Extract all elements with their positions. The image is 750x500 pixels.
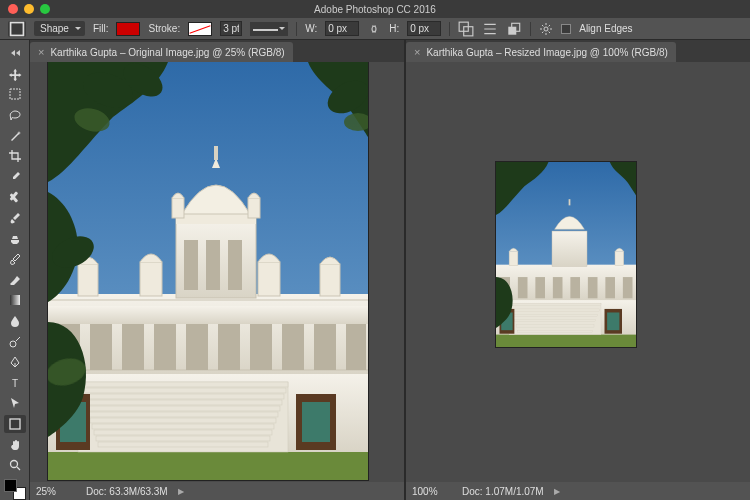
svg-rect-23 (88, 412, 278, 417)
svg-rect-90 (569, 199, 571, 205)
zoom-tool[interactable] (4, 456, 26, 475)
svg-text:T: T (11, 378, 17, 389)
width-input[interactable] (325, 21, 359, 36)
fill-swatch[interactable] (116, 22, 140, 36)
shape-tool[interactable] (4, 415, 26, 434)
svg-rect-44 (314, 322, 336, 370)
svg-rect-73 (514, 320, 595, 322)
magic-wand-tool[interactable] (4, 126, 26, 145)
gradient-tool[interactable] (4, 291, 26, 310)
options-bar: Shape Fill: Stroke: W: H: Align Edges (0, 18, 750, 40)
svg-rect-26 (94, 430, 272, 435)
svg-rect-92 (615, 251, 624, 265)
svg-rect-38 (122, 322, 144, 370)
close-tab-icon[interactable]: × (38, 46, 44, 58)
stroke-label: Stroke: (148, 23, 180, 34)
svg-rect-83 (535, 277, 545, 298)
close-tab-icon[interactable]: × (414, 46, 420, 58)
width-label: W: (305, 23, 317, 34)
svg-rect-18 (78, 382, 288, 387)
canvas-area-left[interactable] (30, 62, 404, 482)
tab-label: Karthika Gupta – Resized Image.jpg @ 100… (426, 47, 667, 58)
svg-rect-49 (258, 262, 280, 296)
svg-rect-46 (48, 306, 368, 324)
status-menu-icon[interactable]: ▶ (554, 487, 560, 496)
dodge-tool[interactable] (4, 332, 26, 351)
svg-rect-87 (605, 277, 615, 298)
gear-icon[interactable] (539, 22, 553, 36)
svg-rect-86 (588, 277, 598, 298)
fill-label: Fill: (93, 23, 109, 34)
clone-stamp-tool[interactable] (4, 229, 26, 248)
path-operations-icon[interactable] (458, 22, 474, 36)
type-tool[interactable]: T (4, 374, 26, 393)
svg-rect-15 (48, 450, 368, 480)
tab-label: Karthika Gupta – Original Image.jpg @ 25… (50, 47, 284, 58)
svg-rect-45 (346, 322, 366, 370)
eyedropper-tool[interactable] (4, 168, 26, 187)
svg-rect-32 (302, 402, 330, 442)
svg-rect-69 (509, 304, 601, 335)
svg-rect-12 (10, 419, 20, 429)
path-select-tool[interactable] (4, 394, 26, 413)
svg-rect-28 (98, 442, 268, 447)
svg-rect-41 (218, 322, 240, 370)
shape-mode-dropdown[interactable]: Shape (34, 21, 85, 36)
link-dimensions-icon[interactable] (367, 22, 381, 36)
stroke-width-input[interactable] (220, 21, 242, 36)
status-bar-right: 100% Doc: 1.07M/1.07M ▶ (406, 482, 750, 500)
svg-rect-9 (10, 295, 20, 305)
svg-rect-54 (228, 240, 242, 290)
svg-rect-42 (250, 322, 272, 370)
tab-row-right: × Karthika Gupta – Resized Image.jpg @ 1… (406, 40, 750, 62)
path-align-icon[interactable] (482, 22, 498, 36)
canvas-area-right[interactable] (406, 62, 750, 482)
crop-tool[interactable] (4, 147, 26, 166)
expand-panel-icon[interactable] (4, 44, 26, 63)
zoom-level[interactable]: 100% (412, 486, 452, 497)
height-input[interactable] (407, 21, 441, 36)
svg-rect-21 (84, 400, 282, 405)
svg-rect-47 (78, 264, 98, 296)
svg-rect-24 (90, 418, 276, 423)
svg-rect-39 (154, 322, 176, 370)
eraser-tool[interactable] (4, 271, 26, 290)
svg-rect-25 (92, 424, 274, 429)
history-brush-tool[interactable] (4, 250, 26, 269)
status-menu-icon[interactable]: ▶ (178, 487, 184, 496)
align-edges-label: Align Edges (579, 23, 632, 34)
hand-tool[interactable] (4, 435, 26, 454)
svg-rect-56 (214, 146, 218, 160)
window-titlebar: Adobe Photoshop CC 2016 (0, 0, 750, 18)
tools-panel: T (0, 40, 30, 500)
marquee-tool[interactable] (4, 85, 26, 104)
brush-tool[interactable] (4, 209, 26, 228)
svg-rect-52 (184, 240, 198, 290)
svg-rect-67 (496, 334, 636, 347)
spot-heal-tool[interactable] (4, 188, 26, 207)
document-tab-left[interactable]: × Karthika Gupta – Original Image.jpg @ … (30, 42, 293, 62)
svg-rect-22 (86, 406, 280, 411)
pen-tool[interactable] (4, 353, 26, 372)
svg-rect-37 (90, 322, 112, 370)
svg-rect-27 (96, 436, 270, 441)
foreground-background-swatch[interactable] (4, 479, 26, 499)
blur-tool[interactable] (4, 312, 26, 331)
stroke-swatch[interactable] (188, 22, 212, 36)
svg-rect-48 (140, 262, 162, 296)
document-tab-right[interactable]: × Karthika Gupta – Resized Image.jpg @ 1… (406, 42, 676, 62)
shape-tool-icon[interactable] (8, 21, 26, 37)
zoom-level[interactable]: 25% (36, 486, 76, 497)
svg-rect-71 (511, 309, 599, 311)
move-tool[interactable] (4, 65, 26, 84)
stroke-style-dropdown[interactable] (250, 22, 288, 36)
lasso-tool[interactable] (4, 106, 26, 125)
svg-rect-53 (206, 240, 220, 290)
svg-rect-72 (513, 314, 598, 316)
svg-rect-84 (553, 277, 563, 298)
svg-point-5 (544, 27, 548, 31)
path-arrange-icon[interactable] (506, 22, 522, 36)
document-pane-right: × Karthika Gupta – Resized Image.jpg @ 1… (406, 40, 750, 500)
svg-rect-74 (516, 325, 594, 327)
align-edges-checkbox[interactable] (561, 24, 571, 34)
